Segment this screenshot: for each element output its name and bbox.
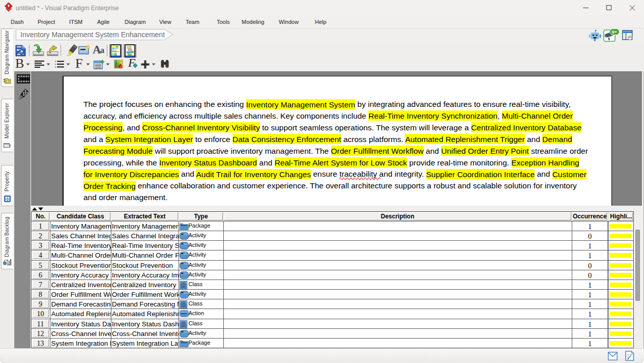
svg-text:9+: 9+ — [612, 29, 618, 35]
